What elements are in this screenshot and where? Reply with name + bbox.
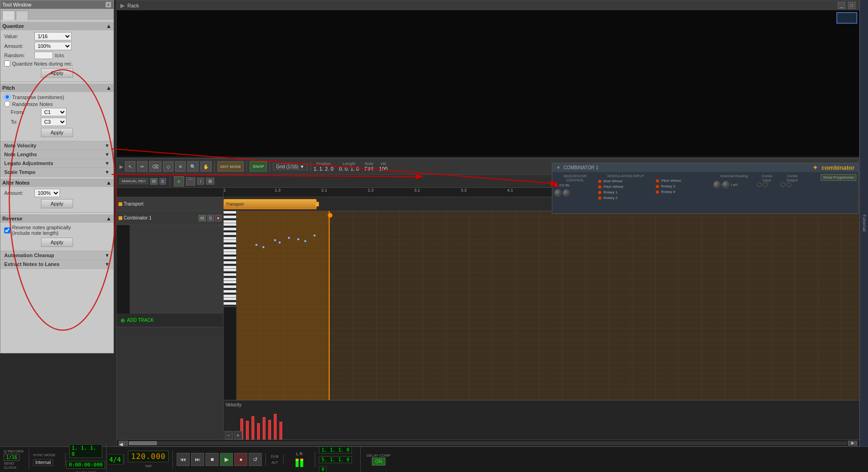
add-track-button[interactable]: +	[174, 176, 184, 186]
loop-button[interactable]: ↺	[249, 453, 262, 466]
manual-rec-button[interactable]: MANUAL REC	[119, 178, 148, 184]
note-dot-1[interactable]	[274, 239, 276, 241]
quantize-amount-select[interactable]: 100%75%50%	[34, 42, 72, 50]
alter-notes-collapse[interactable]: ▲	[106, 179, 112, 186]
convert-button[interactable]: ↕	[197, 178, 204, 185]
show-programmer-button[interactable]: Show Programmer	[821, 174, 856, 181]
combo-solo-button[interactable]: S	[207, 215, 214, 221]
zoom-in-button[interactable]: 🔍	[187, 161, 199, 172]
quantize-random-input[interactable]: 0	[34, 52, 53, 59]
transpose-radio[interactable]	[4, 94, 10, 100]
seq-body: Transport Combinator 1 M S ●	[117, 188, 859, 446]
pattern-button[interactable]: ⊞	[206, 178, 214, 185]
h-scroll-track[interactable]	[129, 441, 847, 445]
piano-key[interactable]	[224, 305, 236, 307]
combi-input-label: Combi Input	[757, 174, 777, 182]
pitch-collapse[interactable]: ▲	[106, 85, 112, 91]
combinator-title: COMBINATOR 1	[563, 165, 598, 170]
zoom-out-button[interactable]: −	[225, 431, 233, 439]
note-velocity-section[interactable]: Note Velocity ▼	[0, 141, 113, 150]
hand-tool-button[interactable]: ✋	[200, 161, 212, 172]
combo-rec-button[interactable]: ●	[215, 215, 221, 221]
rotary1-label: Rotary 1	[603, 190, 617, 194]
play-button[interactable]: ▶	[220, 453, 233, 466]
pitch-wheel-port	[598, 185, 602, 189]
seq-knob-2[interactable]	[563, 189, 570, 197]
h-scroll-thumb[interactable]	[129, 441, 157, 445]
tool-close-button[interactable]: ×	[105, 1, 112, 8]
note-dot-7[interactable]	[255, 244, 258, 246]
snap-button[interactable]: SNAP	[250, 161, 267, 172]
quantize-notes-rec-checkbox[interactable]	[4, 60, 10, 66]
combi-output-label: Combi Output	[781, 174, 803, 182]
alter-notes-apply-button[interactable]: Apply	[41, 199, 73, 208]
velocity-label: Velocity	[225, 402, 241, 407]
vel-bar-6	[268, 420, 271, 439]
master-solo-button[interactable]: S	[159, 178, 166, 185]
quantize-collapse[interactable]: ▲	[106, 23, 112, 29]
toolbar-sep-2	[246, 161, 247, 172]
combo-mute-button[interactable]: M	[199, 215, 206, 221]
note-lengths-section[interactable]: Note Lengths ▼	[0, 150, 113, 159]
stop-button[interactable]: ■	[205, 453, 219, 466]
add-track-row[interactable]: ⊕ ADD TRACK	[117, 313, 223, 327]
note-grid[interactable]	[237, 211, 859, 400]
pitch-wheel-label-2: Pitch Wheel	[661, 179, 681, 183]
rewind-button[interactable]: ⏮	[177, 453, 190, 466]
tool-title: Tool Window	[2, 2, 31, 7]
mute-tool-button[interactable]: ✕	[175, 161, 186, 172]
grid-select[interactable]: Grid (1/16) ▼	[273, 163, 308, 170]
note-dot-3[interactable]	[288, 237, 290, 239]
transport-clip[interactable]: Transport	[224, 199, 317, 209]
pitch-to-select[interactable]: C3C4C5	[41, 118, 66, 126]
note-dot-4[interactable]	[297, 238, 299, 240]
quantize-value-select[interactable]: 1/161/81/32	[34, 32, 72, 40]
delay-comp-on[interactable]: ON	[372, 458, 385, 465]
pitch-from-select[interactable]: C1C2C3	[41, 108, 66, 116]
tool-tabs: ✂ G	[0, 9, 113, 20]
eraser-tool-button[interactable]: ⌫	[149, 161, 161, 172]
automation-cleanup-section[interactable]: Automation Cleanup ▼	[0, 251, 113, 260]
rack-content	[117, 10, 859, 156]
pitch-apply-button[interactable]: Apply	[41, 128, 73, 137]
rotary2-label: Rotary 2	[603, 196, 617, 200]
select-tool-button[interactable]: ↖	[125, 161, 135, 172]
reverse-apply-button[interactable]: Apply	[41, 238, 73, 247]
record-button[interactable]: ●	[234, 453, 247, 466]
pencil-tool-button[interactable]: ✏	[137, 161, 147, 172]
vel-bar-7	[274, 414, 277, 439]
note-dot-5[interactable]	[304, 240, 306, 242]
randomize-radio[interactable]	[4, 101, 10, 107]
h-scrollbar[interactable]: ◀ ▶	[117, 439, 859, 446]
note-dot-8[interactable]	[262, 246, 265, 248]
tab-scissors[interactable]: ✂	[2, 11, 15, 20]
transport-clip-handle[interactable]	[315, 202, 319, 206]
master-mute-button[interactable]: M	[150, 178, 158, 185]
programmer-section: Show Programmer	[821, 174, 856, 211]
seq-knob-1[interactable]	[554, 189, 562, 197]
rack-minimize-button[interactable]: _	[838, 2, 845, 9]
note-dot-2[interactable]	[278, 241, 281, 244]
tab-groove[interactable]: G	[16, 11, 28, 20]
razor-tool-button[interactable]: ◇	[163, 161, 173, 172]
merge-button[interactable]: ⌒	[186, 177, 195, 186]
rotary4-port	[656, 190, 659, 194]
reverse-collapse[interactable]: ▲	[106, 215, 112, 222]
clip-end-handle[interactable]	[328, 213, 332, 218]
legato-section[interactable]: Legato Adjustments ▼	[0, 159, 113, 168]
zoom-in-btn[interactable]: +	[234, 431, 242, 439]
extract-notes-section[interactable]: Extract Notes to Lanes ▼	[0, 260, 113, 269]
fast-forward-button[interactable]: ⏭	[191, 453, 204, 466]
note-dot-6[interactable]	[313, 234, 316, 237]
alter-amount-select[interactable]: 100%75%50%	[34, 189, 60, 197]
piano-keys-col	[224, 211, 237, 400]
scroll-left-btn[interactable]: ◀	[119, 441, 128, 445]
reverse-checkbox[interactable]	[4, 227, 10, 233]
quantize-apply-button[interactable]: Apply	[41, 68, 73, 78]
rack-maximize-button[interactable]: □	[848, 2, 855, 9]
ext-knob-l[interactable]	[713, 181, 721, 188]
ext-knob-r[interactable]	[722, 181, 729, 188]
edit-mode-button[interactable]: EDIT MODE	[218, 161, 244, 172]
scroll-right-btn[interactable]: ▶	[848, 441, 857, 445]
scale-tempo-section[interactable]: Scale Tempo ▼	[0, 168, 113, 177]
